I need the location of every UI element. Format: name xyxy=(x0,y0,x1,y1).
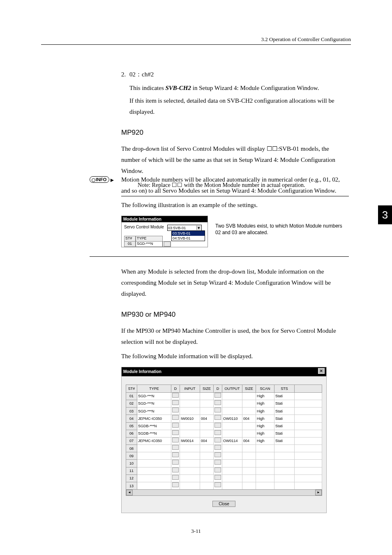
detail-button-icon[interactable] xyxy=(172,423,179,428)
table-cell xyxy=(180,460,200,467)
detail-button-icon[interactable] xyxy=(172,408,179,412)
paragraph: If this item is selected, detailed data … xyxy=(129,95,349,117)
table-row: 12 xyxy=(126,474,322,482)
table-cell xyxy=(274,445,295,452)
paragraph: The drop-down list of Servo Control Modu… xyxy=(121,143,349,177)
detail-button-icon[interactable] xyxy=(214,393,221,398)
table-cell xyxy=(171,474,180,482)
table-cell: IW0010 xyxy=(180,415,200,422)
table-cell: 05 xyxy=(126,422,137,430)
window-title: Module Information xyxy=(123,368,161,375)
paragraph: This indicates SVB-CH2 in Setup Wizard 4… xyxy=(129,83,349,94)
list-item-number: 2. xyxy=(121,69,129,80)
table-cell xyxy=(214,467,222,474)
servo-module-select[interactable]: 03:SVB-01 ▼ xyxy=(167,225,202,231)
detail-button-icon[interactable] xyxy=(172,393,179,398)
detail-button-icon[interactable] xyxy=(164,242,171,246)
scroll-right-icon[interactable]: ► xyxy=(315,490,322,495)
table-header: TYPE xyxy=(137,385,171,392)
table-cell: JEPMC-IO350 xyxy=(137,415,171,422)
page-number: 3-11 xyxy=(0,528,392,534)
table-cell xyxy=(242,482,256,490)
table-cell xyxy=(200,474,214,482)
table-header: SIZE xyxy=(200,385,214,392)
table-cell xyxy=(137,467,171,474)
table-cell xyxy=(274,460,295,467)
horizontal-scrollbar[interactable]: ◄ ► xyxy=(126,489,322,496)
table-cell xyxy=(214,437,222,444)
detail-button-icon[interactable] xyxy=(172,460,179,465)
table-cell xyxy=(295,415,322,422)
detail-button-icon[interactable] xyxy=(214,415,221,420)
divider xyxy=(90,256,349,257)
table-cell xyxy=(171,445,180,452)
detail-button-icon[interactable] xyxy=(214,482,221,487)
table-cell xyxy=(180,474,200,482)
detail-button-icon[interactable] xyxy=(214,438,221,442)
detail-button-icon[interactable] xyxy=(214,475,221,480)
detail-button-icon[interactable] xyxy=(172,445,179,450)
table-cell: SGDB-***N xyxy=(137,422,171,430)
detail-button-icon[interactable] xyxy=(172,467,179,472)
table-cell xyxy=(200,445,214,452)
table-cell: 03 xyxy=(126,408,137,415)
paragraph: If the MP930 or MP940 Machine Controller… xyxy=(121,325,349,348)
table-cell: High xyxy=(256,430,274,437)
table-header: SIZE xyxy=(242,385,256,392)
table-header: STS xyxy=(274,385,295,392)
detail-button-icon[interactable] xyxy=(172,475,179,480)
table-cell xyxy=(200,452,214,460)
table-cell xyxy=(137,482,171,490)
table-cell xyxy=(214,460,222,467)
table-cell xyxy=(214,452,222,460)
td-type: SGD-***N xyxy=(136,241,163,247)
figure-module-info-small: Module Information Servo Control Module … xyxy=(121,216,349,247)
table-cell: OW0114 xyxy=(222,437,242,444)
detail-button-icon[interactable] xyxy=(172,400,179,405)
paragraph: The following illustration is an example… xyxy=(121,200,349,211)
detail-button-icon[interactable] xyxy=(172,452,179,457)
detail-button-icon[interactable] xyxy=(214,408,221,412)
table-cell xyxy=(171,415,180,422)
table-cell xyxy=(295,400,322,407)
detail-button-icon[interactable] xyxy=(214,400,221,405)
table-cell xyxy=(200,400,214,407)
table-cell xyxy=(214,415,222,422)
detail-button-icon[interactable] xyxy=(214,452,221,457)
detail-button-icon[interactable] xyxy=(214,445,221,450)
detail-button-icon[interactable] xyxy=(214,423,221,428)
table-cell: High xyxy=(256,408,274,415)
table-header: D xyxy=(214,385,222,392)
table-cell xyxy=(295,422,322,430)
paragraph: Motion Module numbers will be allocated … xyxy=(121,174,349,196)
detail-button-icon[interactable] xyxy=(172,415,179,420)
table-cell: 11 xyxy=(126,467,137,474)
table-cell xyxy=(242,430,256,437)
list-item: 2. 02：ch#2 xyxy=(121,69,349,80)
detail-button-icon[interactable] xyxy=(172,438,179,442)
table-cell xyxy=(180,445,200,452)
close-button[interactable]: Close xyxy=(212,501,235,507)
table-cell xyxy=(295,392,322,400)
table-cell xyxy=(256,445,274,452)
detail-button-icon[interactable] xyxy=(214,430,221,435)
table-cell xyxy=(242,422,256,430)
table-cell xyxy=(137,445,171,452)
table-row: 04JEPMC-IO350IW0010004OW0110004HighStati xyxy=(126,415,322,422)
select-option[interactable]: 03:SVB-01 xyxy=(172,231,205,236)
detail-button-icon[interactable] xyxy=(214,460,221,465)
table-cell xyxy=(222,392,242,400)
table-cell: 004 xyxy=(200,437,214,444)
detail-button-icon[interactable] xyxy=(214,467,221,472)
table-cell: High xyxy=(256,422,274,430)
scroll-left-icon[interactable]: ◄ xyxy=(126,490,133,495)
table-row: 13 xyxy=(126,482,322,490)
detail-button-icon[interactable] xyxy=(172,482,179,487)
table-cell: JEPMC-IO350 xyxy=(137,437,171,444)
close-icon[interactable]: ✕ xyxy=(318,368,325,374)
list-item-label: 02：ch#2 xyxy=(129,69,349,80)
table-cell xyxy=(222,452,242,460)
table-cell xyxy=(222,467,242,474)
detail-button-icon[interactable] xyxy=(172,430,179,435)
th-st: ST# xyxy=(124,236,136,242)
